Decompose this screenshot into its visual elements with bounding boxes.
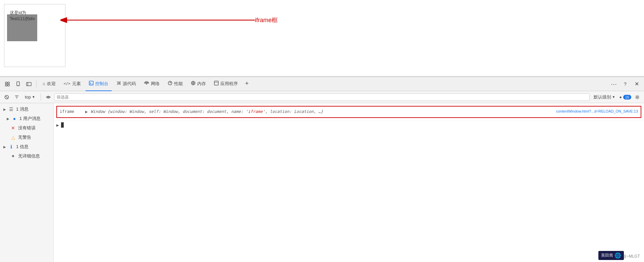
svg-point-29 xyxy=(48,96,49,98)
level-dropdown-icon: ▼ xyxy=(612,95,615,99)
toolbar-right-controls: ⋯ ? ✕ xyxy=(609,79,641,89)
console-filter-input[interactable] xyxy=(54,93,590,101)
console-log-row-1: iframe ▶ Window {window: Window, self: W… xyxy=(56,106,641,118)
network-icon xyxy=(144,81,149,86)
devtools-inspect-btn[interactable] xyxy=(3,79,12,89)
devtools-more-btn[interactable]: ⋯ xyxy=(609,79,619,89)
sidebar-item-errors[interactable]: ✕ 没有错误 xyxy=(0,123,53,133)
devtools-close-btn[interactable]: ✕ xyxy=(632,79,641,89)
translation-flag-icon: 🌐 xyxy=(614,252,621,259)
sidebar-item-warnings[interactable]: △ 无警告 xyxy=(0,133,53,142)
sidebar-item-user-messages[interactable]: ▶ ● 1 用户消息 xyxy=(0,114,53,123)
svg-rect-10 xyxy=(89,81,93,85)
log-count-badge-area: ● 16 xyxy=(620,95,632,100)
context-dropdown-icon: ▼ xyxy=(32,95,35,99)
toolbar-sep-1 xyxy=(36,80,37,88)
tab-application[interactable]: 应用程序 xyxy=(211,77,241,91)
user-messages-expand-icon: ▶ xyxy=(7,117,9,121)
iframe-preview-box: 这是id为 Test111的div xyxy=(4,4,65,67)
info-expand-icon: ▶ xyxy=(3,145,6,149)
sidebar-item-verbose[interactable]: ✦ 无详细信息 xyxy=(0,151,53,161)
iframe-div-label: 这是id为 Test111的div xyxy=(10,10,35,22)
svg-rect-7 xyxy=(18,85,18,85)
log-row-prefix: iframe xyxy=(57,107,84,116)
svg-rect-22 xyxy=(214,81,218,85)
svg-line-25 xyxy=(6,96,8,98)
verbose-icon: ✦ xyxy=(10,153,16,159)
devtools-device-btn[interactable] xyxy=(13,79,23,89)
user-messages-icon: ● xyxy=(11,116,17,121)
context-selector[interactable]: top ▼ xyxy=(23,94,37,100)
devtools-main-toolbar: ⌂ 欢迎 </> 元素 控制台 xyxy=(0,77,644,91)
warnings-icon: △ xyxy=(10,135,16,140)
console-main-area: ▶ ☰ 1 消息 ▶ ● 1 用户消息 ✕ 没有错误 △ 无警告 xyxy=(0,103,644,262)
translation-button[interactable]: 英田简 🌐 xyxy=(598,251,624,260)
browser-content-area: 这是id为 Test111的div iframe框 xyxy=(0,0,644,76)
log-count-badge: 16 xyxy=(623,95,631,100)
svg-line-12 xyxy=(90,83,91,84)
annotation-arrow xyxy=(60,10,268,30)
console-clear-btn[interactable] xyxy=(3,93,11,101)
tab-elements[interactable]: </> 元素 xyxy=(60,77,84,91)
messages-icon: ☰ xyxy=(8,107,14,112)
svg-point-17 xyxy=(193,82,194,84)
console-filter-toggle-btn[interactable] xyxy=(13,93,21,101)
log-row-source[interactable]: contentWindow.html?...d=RELOAD_ON_SAVE:1… xyxy=(553,107,641,115)
console-sub-toolbar: top ▼ 默认级别 ▼ ● 16 xyxy=(0,91,644,103)
tab-network[interactable]: 网络 xyxy=(141,77,163,91)
tab-memory[interactable]: 内存 xyxy=(187,77,209,91)
svg-rect-4 xyxy=(5,84,7,86)
log-row-expand-arrow[interactable]: ▶ xyxy=(84,107,89,116)
sidebar-item-info[interactable]: ▶ ℹ 1 信息 xyxy=(0,142,53,151)
info-icon: ℹ xyxy=(8,144,14,149)
console-cursor xyxy=(61,122,64,128)
console-sidebar: ▶ ☰ 1 消息 ▶ ● 1 用户消息 ✕ 没有错误 △ 无警告 xyxy=(0,103,54,262)
console-eye-btn[interactable] xyxy=(44,93,52,101)
sources-icon xyxy=(116,81,121,86)
devtools-panel: ⌂ 欢迎 </> 元素 控制台 xyxy=(0,76,644,262)
tab-performance[interactable]: 性能 xyxy=(164,77,186,91)
tab-more[interactable]: + xyxy=(243,77,252,91)
console-toolbar-sep xyxy=(41,93,41,101)
elements-icon: </> xyxy=(64,81,70,86)
console-prompt-symbol: ▶ xyxy=(56,123,59,128)
performance-icon xyxy=(168,81,172,86)
console-icon xyxy=(89,81,94,86)
console-settings-btn[interactable] xyxy=(633,93,641,101)
tab-console[interactable]: 控制台 xyxy=(86,77,112,91)
log-row-content: Window {window: Window, self: Window, do… xyxy=(89,107,553,116)
iframe-annotation-label: iframe框 xyxy=(255,16,278,24)
devtools-sidebar-btn[interactable] xyxy=(24,79,34,89)
tab-sources[interactable]: 源代码 xyxy=(113,77,139,91)
svg-point-30 xyxy=(637,96,638,98)
sidebar-item-messages[interactable]: ▶ ☰ 1 消息 xyxy=(0,105,53,114)
memory-icon xyxy=(191,81,196,86)
svg-rect-3 xyxy=(8,82,9,84)
console-output-area: iframe ▶ Window {window: Window, self: W… xyxy=(54,103,644,262)
errors-icon: ✕ xyxy=(10,125,16,131)
svg-rect-8 xyxy=(26,82,31,86)
application-icon xyxy=(214,81,219,86)
console-input-row: ▶ xyxy=(54,121,644,129)
tab-welcome[interactable]: ⌂ 欢迎 xyxy=(39,77,59,91)
messages-expand-icon: ▶ xyxy=(3,108,6,111)
svg-rect-2 xyxy=(5,82,7,84)
svg-point-14 xyxy=(146,84,147,85)
log-level-selector[interactable]: 默认级别 ▼ xyxy=(592,93,618,101)
welcome-icon: ⌂ xyxy=(43,81,45,86)
devtools-help-btn[interactable]: ? xyxy=(621,79,630,89)
svg-rect-5 xyxy=(8,84,9,86)
